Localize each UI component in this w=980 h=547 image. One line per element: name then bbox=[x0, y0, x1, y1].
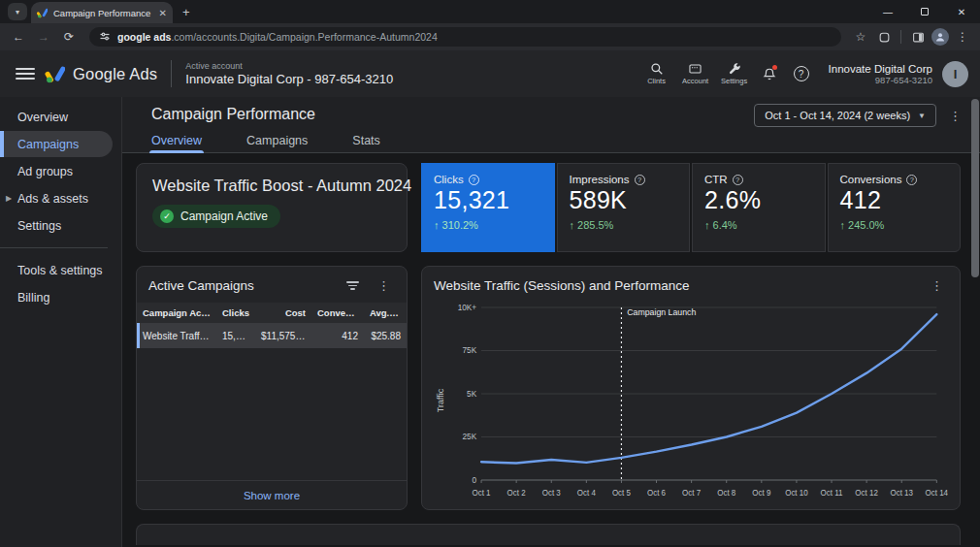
url-text: google ads.com/accounts.Digita/Campaign.… bbox=[117, 31, 438, 43]
main-area: Overview Campaigns Ad groups ▶ Ad bbox=[0, 97, 980, 547]
forward-icon[interactable]: → bbox=[33, 26, 54, 48]
notifications-bell-icon[interactable] bbox=[755, 67, 784, 81]
metric-card[interactable]: Conversions ? 412 ↑ 245.0% bbox=[828, 163, 962, 252]
sidebar-items: Overview Campaigns Ad groups ▶ Ad bbox=[0, 104, 121, 239]
tab-search-button[interactable]: ▾ bbox=[8, 3, 27, 20]
metric-label: Clicks bbox=[434, 174, 464, 185]
google-ads-favicon bbox=[37, 8, 48, 18]
help-circle-icon[interactable]: ? bbox=[906, 175, 917, 185]
sidebar-item-label: Overview bbox=[17, 111, 68, 124]
sidebar-item-label: Billing bbox=[17, 291, 49, 305]
campaign-table-row[interactable]: Website Traffic ... 15,321 $11,575.00 41… bbox=[137, 323, 407, 348]
svg-text:Campaign Launch: Campaign Launch bbox=[627, 307, 696, 317]
close-button[interactable]: ✕ bbox=[943, 0, 980, 23]
maximize-button[interactable] bbox=[906, 0, 943, 23]
show-more-link[interactable]: Show more bbox=[244, 490, 300, 501]
header-divider bbox=[171, 60, 172, 87]
sidebar-item-label: Ad groups bbox=[17, 165, 73, 178]
google-ads-brand[interactable]: Google Ads bbox=[45, 65, 157, 83]
minimize-button[interactable]: — bbox=[869, 0, 906, 23]
page-tab-label: Campaigns bbox=[246, 134, 308, 147]
product-name: Google Ads bbox=[73, 65, 157, 83]
browser-tab-strip: ▾ Campaign Performance ✕ + — ✕ bbox=[0, 0, 980, 23]
sidebar-item[interactable]: ▶ Ads & assets bbox=[0, 185, 121, 211]
help-circle-icon[interactable]: ? bbox=[469, 175, 479, 185]
page-tab[interactable]: Stats bbox=[352, 134, 380, 153]
chart-kebab-menu-icon[interactable]: ⋮ bbox=[926, 277, 948, 294]
browser-profile-avatar[interactable] bbox=[931, 28, 949, 46]
google-ads-header: Google Ads Active account Innovate Digit… bbox=[0, 50, 980, 97]
help-circle-icon[interactable]: ? bbox=[733, 175, 743, 185]
settings-action[interactable]: Settings bbox=[716, 62, 753, 85]
campaigns-table: Campaign Active Clicks Cost Conversions … bbox=[137, 303, 407, 348]
column-header[interactable]: Campaign Active bbox=[137, 307, 216, 318]
svg-text:Oct 5: Oct 5 bbox=[612, 489, 632, 498]
metric-card[interactable]: Impressions ? 589K ↑ 285.5% bbox=[557, 163, 691, 252]
page-scrollbar[interactable] bbox=[971, 99, 979, 277]
help-circle-icon[interactable]: ? bbox=[635, 175, 645, 185]
side-panel-icon[interactable] bbox=[908, 27, 928, 47]
page-tab[interactable]: Overview bbox=[151, 134, 202, 153]
main-menu-icon[interactable] bbox=[16, 64, 35, 83]
account-action[interactable]: Account bbox=[677, 62, 714, 85]
active-campaigns-title: Active Campaigns bbox=[148, 278, 346, 293]
check-circle-icon: ✓ bbox=[160, 209, 174, 223]
svg-text:Oct 9: Oct 9 bbox=[752, 489, 771, 498]
sidebar-item[interactable]: Tools & settings bbox=[0, 257, 121, 283]
y-axis-title: Traffic bbox=[436, 389, 445, 413]
campaign-hero-card: Website Traffic Boost - Autumn 2024 ✓ Ca… bbox=[136, 163, 408, 252]
header-account-name: Innovate Digital Corp bbox=[829, 63, 932, 75]
metric-value: 412 bbox=[840, 186, 949, 214]
window-controls: — ✕ bbox=[869, 0, 980, 23]
column-header[interactable]: Clicks bbox=[216, 307, 255, 318]
svg-text:Oct 14: Oct 14 bbox=[926, 489, 948, 498]
metric-label: Impressions bbox=[570, 174, 630, 185]
chart-title: Website Traffic (Sessions) and Performan… bbox=[434, 278, 926, 293]
page-tab[interactable]: Campaigns bbox=[246, 134, 308, 153]
bookmark-star-icon[interactable]: ☆ bbox=[851, 27, 870, 47]
page-tab-label: Overview bbox=[151, 134, 202, 147]
search-action[interactable]: Clints bbox=[638, 62, 675, 85]
column-header[interactable]: Conversions bbox=[311, 307, 364, 318]
site-settings-icon[interactable] bbox=[99, 31, 111, 43]
help-icon[interactable]: ? bbox=[794, 66, 809, 81]
cell-cost: $11,575.00 bbox=[255, 331, 311, 341]
user-avatar[interactable]: I bbox=[942, 61, 968, 87]
svg-text:Oct 8: Oct 8 bbox=[717, 489, 736, 498]
svg-text:0: 0 bbox=[473, 475, 477, 485]
metric-card[interactable]: Clicks ? 15,321 ↑ 310.2% bbox=[421, 163, 555, 252]
cell-clicks: 15,321 bbox=[216, 331, 255, 341]
traffic-chart-panel: Website Traffic (Sessions) and Performan… bbox=[421, 266, 961, 510]
metric-card[interactable]: CTR ? 2.6% ↑ 6.4% bbox=[692, 163, 826, 252]
filter-list-icon[interactable] bbox=[346, 281, 359, 290]
cell-campaign-name: Website Traffic ... bbox=[137, 331, 216, 341]
cell-conversions: 412 bbox=[311, 331, 364, 341]
metric-value: 15,321 bbox=[434, 186, 542, 214]
sidebar-item[interactable]: Campaigns bbox=[0, 131, 113, 157]
column-header[interactable]: Cost bbox=[255, 307, 311, 318]
extensions-icon[interactable] bbox=[874, 27, 894, 47]
active-account-block[interactable]: Active account Innovate Digital Corp - 9… bbox=[185, 61, 393, 86]
address-bar[interactable]: google ads.com/accounts.Digita/Campaign.… bbox=[89, 27, 841, 47]
sidebar-item[interactable]: Ad groups bbox=[0, 158, 121, 184]
sidebar-item[interactable]: Overview bbox=[0, 104, 121, 130]
notification-dot bbox=[772, 65, 777, 70]
active-account-label: Active account bbox=[185, 61, 393, 71]
reload-icon[interactable]: ⟳ bbox=[58, 26, 80, 48]
back-icon[interactable]: ← bbox=[8, 26, 29, 48]
page-kebab-menu-icon[interactable]: ⋮ bbox=[944, 108, 966, 124]
new-tab-button[interactable]: + bbox=[182, 5, 190, 19]
sidebar-item[interactable]: Billing bbox=[0, 284, 121, 310]
campaigns-kebab-menu-icon[interactable]: ⋮ bbox=[373, 277, 395, 294]
search-icon bbox=[650, 62, 664, 76]
sidebar-item[interactable]: Settings bbox=[0, 212, 121, 239]
browser-menu-kebab-icon[interactable]: ⋮ bbox=[953, 27, 972, 47]
column-header[interactable]: Avg. CPC bbox=[364, 307, 407, 318]
date-range-selector[interactable]: Oct 1 - Oct 14, 2024 (2 weeks) ▼ bbox=[754, 104, 936, 127]
sidebar-item-label: Ads & assets bbox=[17, 192, 88, 206]
page-tabs: Overview Campaigns Stats bbox=[151, 134, 966, 153]
tab-close-icon[interactable]: ✕ bbox=[159, 8, 167, 18]
browser-tab[interactable]: Campaign Performance ✕ bbox=[31, 2, 173, 23]
active-account-line: Innovate Digital Corp - 987-654-3210 bbox=[185, 72, 393, 86]
campaign-status-badge: ✓ Campaign Active bbox=[152, 205, 280, 228]
